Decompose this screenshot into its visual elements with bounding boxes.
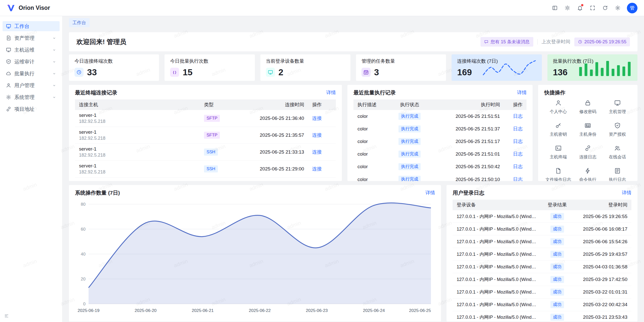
chevron-down-icon [52,36,56,40]
exec-time: 2025-06-25 21:50:42 [456,164,500,169]
monitor-icon [6,47,11,53]
sidebar-item-batch-exec[interactable]: 批量执行 [3,68,60,79]
detail-link[interactable]: 详情 [517,89,527,96]
stat-label: 今日连接终端次数 [74,58,153,64]
refresh-icon[interactable] [600,3,610,13]
cloud-icon [6,71,11,76]
login-result-tag: 成功 [550,301,564,308]
svg-text:2025-06-22: 2025-06-22 [249,308,271,313]
quick-action-idcard[interactable]: 主机身份 [574,122,602,137]
quick-action-users[interactable]: 在线会话 [603,145,631,160]
quick-action-loglist[interactable]: 执行日志 [603,167,631,181]
login-device: 127.0.0.1 - 内网IP - Mozilla/5.0 (Windows … [457,264,538,270]
quick-action-file[interactable]: 文件操作日志 [544,167,572,181]
unread-messages-chip[interactable]: 您有 15 条未读消息 [480,37,533,47]
sidebar-item-label: 工作台 [14,23,29,30]
quick-action-link[interactable]: 连接日志 [574,145,602,160]
protocol-tag: SFTP [204,115,220,122]
host-ip: 182.92.5.218 [79,119,196,124]
stat-card: 管理的任务数量 3 [356,54,446,81]
login-logs-panel: 用户登录日志 详情 登录设备登录结果登录时间127.0.0.1 - 内网IP -… [447,185,637,321]
avatar[interactable]: 管 [627,3,637,13]
sidebar-item-system-mgmt[interactable]: 系统管理 [3,92,60,102]
log-link[interactable]: 日志 [513,139,522,144]
app-title: Orion Visor [19,5,50,11]
log-link[interactable]: 日志 [513,114,522,119]
connect-time: 2025-06-25 21:35:57 [260,132,304,138]
fullscreen-icon[interactable] [587,3,598,13]
detail-link[interactable]: 详情 [326,89,336,96]
sidebar-item-workbench[interactable]: 工作台 [3,21,60,31]
quick-action-label: 资产授权 [609,131,626,137]
terminal-icon [555,145,562,152]
exec-desc: color [357,177,368,181]
column-header: 登录结果 [542,200,572,210]
log-link[interactable]: 日志 [513,177,522,181]
detail-link[interactable]: 详情 [425,190,435,196]
table-row: server-1182.92.5.218SSH2025-06-25 21:33:… [75,144,336,161]
exec-status-tag: 执行完成 [398,125,421,132]
connect-link[interactable]: 连接 [312,149,322,155]
table-row: 127.0.0.1 - 内网IP - Mozilla/5.0 (Windows … [453,273,631,286]
app-logo-icon [7,4,16,13]
notifications-icon[interactable] [575,3,585,13]
connect-link[interactable]: 连接 [312,132,322,138]
chevron-down-icon [52,60,56,64]
settings-icon[interactable] [612,3,623,13]
sparkline-chart [482,59,536,76]
connect-link[interactable]: 连接 [312,116,322,121]
monitor-icon [266,68,275,77]
svg-text:80: 80 [81,202,86,207]
quick-action-terminal[interactable]: 主机终端 [544,145,572,160]
chevron-down-icon [52,83,56,88]
quick-action-lock[interactable]: 修改密码 [574,99,602,115]
exec-status-tag: 执行完成 [398,176,421,181]
sidebar-item-label: 资产管理 [14,35,34,42]
column-header: 连接时间 [233,99,308,110]
sidebar-item-user-mgmt[interactable]: 用户管理 [3,80,60,90]
quick-action-user[interactable]: 个人中心 [544,99,572,115]
layout-toggle-icon[interactable] [549,3,560,13]
log-link[interactable]: 日志 [513,151,522,157]
login-device: 127.0.0.1 - 内网IP - Mozilla/5.0 (Windows … [457,213,538,220]
login-time: 2025-03-22 00:42:34 [583,302,627,307]
sidebar-item-assets[interactable]: 资产管理 [3,33,60,43]
column-header: 执行描述 [353,99,388,110]
breadcrumb-item-workbench[interactable]: 工作台 [69,18,90,27]
log-link[interactable]: 日志 [513,164,522,169]
sidebar-item-host-ops[interactable]: 主机运维 [3,45,60,55]
exec-status-tag: 执行完成 [398,113,421,120]
recent-batch-panel: 最近批量执行记录 详情 执行描述执行状态执行时间操作color执行完成2025-… [347,85,533,181]
table-row: 127.0.0.1 - 内网IP - Mozilla/5.0 (Windows … [453,248,631,261]
login-device: 127.0.0.1 - 内网IP - Mozilla/5.0 (Windows … [457,251,538,257]
login-result-tag: 成功 [550,314,564,321]
table-row: server-1182.92.5.218SFTP2025-06-25 21:36… [75,110,336,127]
connect-link[interactable]: 连接 [312,166,322,171]
login-result-tag: 成功 [550,226,564,233]
quick-action-bolt[interactable]: 命令执行 [574,167,602,181]
detail-link[interactable]: 详情 [622,190,631,196]
quick-action-key[interactable]: 主机密钥 [544,122,572,137]
chevron-down-icon [52,48,56,52]
welcome-card: 欢迎回来! 管理员 您有 15 条未读消息 上次登录时间 2025-06-25 … [69,32,637,51]
svg-text:2025-06-19: 2025-06-19 [78,308,100,313]
monitor-icon [614,99,621,106]
login-time: 2025-06-06 15:54:26 [583,239,627,244]
sidebar-item-label: 批量执行 [14,70,34,77]
bolt-icon [584,167,591,174]
log-link[interactable]: 日志 [513,126,522,131]
panel-title: 系统操作数量 (7日) [75,189,120,196]
svg-text:{ }: { } [173,70,176,74]
host-name: server-1 [79,146,196,152]
svg-text:40: 40 [81,252,86,257]
sidebar-item-audit[interactable]: 运维审计 [3,57,60,67]
quick-action-shield[interactable]: 资产授权 [603,122,631,137]
sidebar-item-project-link[interactable]: 项目地址 [3,104,60,114]
braces-icon: { } [170,68,179,77]
gear-icon [6,94,11,100]
sidebar-collapse-icon[interactable] [4,313,9,318]
last-login-time: 2025-06-25 19:26:55 [584,39,626,45]
quick-action-monitor[interactable]: 主机管理 [603,99,631,115]
brightness-icon[interactable] [562,3,573,13]
login-device: 127.0.0.1 - 内网IP - Mozilla/5.0 (Windows … [457,226,538,232]
